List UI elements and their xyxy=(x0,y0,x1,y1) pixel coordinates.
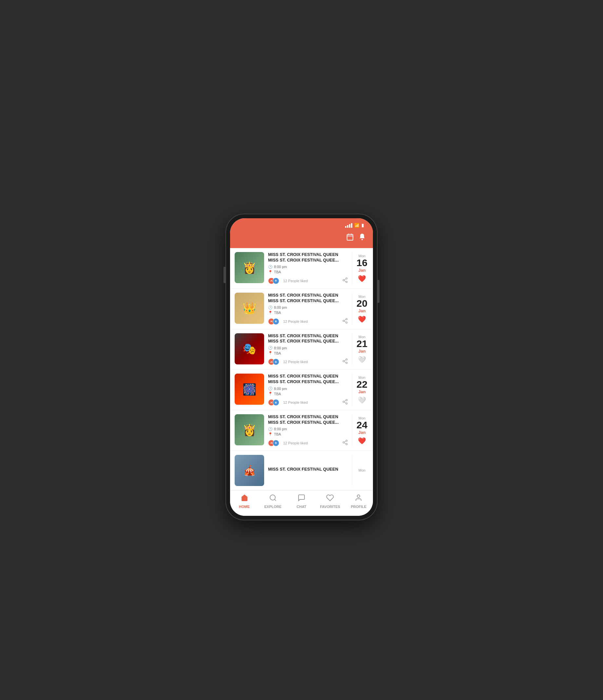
event-bottom: A B 12 People liked xyxy=(268,277,348,284)
event-card[interactable]: 🎭 MISS ST. CROIX FESTIVAL QUEENMISS ST. … xyxy=(230,329,373,370)
event-title: MISS ST. CROIX FESTIVAL QUEENMISS ST. CR… xyxy=(268,414,348,425)
event-month: Jan xyxy=(358,308,366,313)
clock-icon: 🕐 xyxy=(268,305,273,310)
event-location: 📍 TBA xyxy=(268,311,348,315)
favorites-icon xyxy=(326,494,334,504)
event-content: MISS ST. CROIX FESTIVAL QUEENMISS ST. CR… xyxy=(268,293,348,325)
battery-icon: ▮ xyxy=(361,223,364,228)
likes-count: 12 People liked xyxy=(283,320,308,323)
notifications-button[interactable] xyxy=(358,233,366,243)
location-icon: 📍 xyxy=(268,392,273,396)
nav-item-explore[interactable]: EXPLORE xyxy=(261,494,284,508)
event-date: Mon 16 Jan ❤️ xyxy=(352,252,368,284)
event-card[interactable]: 🎪 MISS ST. CROIX FESTIVAL QUEEN Mon xyxy=(230,451,373,490)
explore-label: EXPLORE xyxy=(264,505,281,508)
event-image: 🎭 xyxy=(235,333,264,365)
event-title: MISS ST. CROIX FESTIVAL QUEENMISS ST. CR… xyxy=(268,252,348,263)
header-actions xyxy=(346,233,366,243)
share-button[interactable] xyxy=(342,399,348,406)
header-title xyxy=(291,233,293,243)
event-time: 🕐 8:00 pm xyxy=(268,265,348,269)
svg-line-18 xyxy=(344,361,346,362)
svg-point-21 xyxy=(343,401,345,403)
svg-line-24 xyxy=(344,400,346,401)
event-heart-container: 🤍 xyxy=(357,396,367,404)
event-heart-container: ❤️ xyxy=(357,275,367,282)
likes-count: 12 People liked xyxy=(283,279,308,283)
event-title: MISS ST. CROIX FESTIVAL QUEENMISS ST. CR… xyxy=(268,333,348,345)
event-month: Jan xyxy=(358,389,366,394)
svg-point-32 xyxy=(357,495,360,498)
nav-item-home[interactable]: HOME xyxy=(233,494,256,508)
status-icons: 📶 ▮ xyxy=(345,223,364,228)
heart-button[interactable]: 🤍 xyxy=(357,355,367,364)
share-button[interactable] xyxy=(342,318,348,325)
event-image: 👸 xyxy=(235,252,264,283)
liked-avatars: A B xyxy=(268,318,277,325)
svg-point-20 xyxy=(346,399,347,401)
event-date: Mon 24 Jan ❤️ xyxy=(352,414,368,447)
heart-button[interactable]: 🤍 xyxy=(357,396,367,404)
event-day-number: 24 xyxy=(356,420,367,430)
event-time: 🕐 8:00 pm xyxy=(268,427,348,431)
event-day-number: 22 xyxy=(356,379,367,389)
liked-avatars: A B xyxy=(268,358,277,365)
event-content: MISS ST. CROIX FESTIVAL QUEENMISS ST. CR… xyxy=(268,333,348,366)
svg-point-27 xyxy=(346,443,347,445)
likes-count: 12 People liked xyxy=(283,400,308,404)
events-list: 👸 MISS ST. CROIX FESTIVAL QUEENMISS ST. … xyxy=(230,248,373,490)
event-location: 📍 TBA xyxy=(268,270,348,274)
event-image: 👸 xyxy=(235,414,264,445)
event-date: Mon xyxy=(352,455,368,486)
event-card[interactable]: 👑 MISS ST. CROIX FESTIVAL QUEENMISS ST. … xyxy=(230,289,373,329)
share-button[interactable] xyxy=(342,358,348,366)
liked-avatars: A B xyxy=(268,399,277,406)
event-card[interactable]: 👸 MISS ST. CROIX FESTIVAL QUEENMISS ST. … xyxy=(230,248,373,289)
share-button[interactable] xyxy=(342,440,348,447)
svg-line-9 xyxy=(344,279,346,280)
event-bottom: A B 12 People liked xyxy=(268,440,348,447)
svg-point-26 xyxy=(343,442,345,443)
event-content: MISS ST. CROIX FESTIVAL QUEENMISS ST. CR… xyxy=(268,414,348,447)
nav-item-chat[interactable]: CHAT xyxy=(290,494,313,508)
wifi-icon: 📶 xyxy=(354,223,359,228)
nav-item-favorites[interactable]: FAVORITES xyxy=(319,494,342,508)
location-icon: 📍 xyxy=(268,311,273,315)
event-date: Mon 21 Jan 🤍 xyxy=(352,333,368,366)
heart-button[interactable]: ❤️ xyxy=(357,315,367,323)
event-month: Jan xyxy=(358,349,366,354)
event-content: MISS ST. CROIX FESTIVAL QUEEN xyxy=(268,455,348,486)
event-card[interactable]: 🎆 MISS ST. CROIX FESTIVAL QUEENMISS ST. … xyxy=(230,370,373,410)
nav-item-profile[interactable]: PROFILE xyxy=(347,494,370,508)
event-day-name: Mon xyxy=(358,468,366,472)
svg-point-15 xyxy=(346,359,347,360)
calendar-button[interactable] xyxy=(346,233,354,243)
event-image: 🎪 xyxy=(235,455,264,486)
heart-button[interactable]: ❤️ xyxy=(357,437,367,445)
location-icon: 📍 xyxy=(268,270,273,274)
svg-point-22 xyxy=(346,403,347,404)
bottom-navigation: HOME EXPLORE CHAT FAVORITES PROFILE xyxy=(230,490,373,516)
event-card[interactable]: 👸 MISS ST. CROIX FESTIVAL QUEENMISS ST. … xyxy=(230,410,373,451)
share-button[interactable] xyxy=(342,277,348,284)
svg-rect-0 xyxy=(347,234,353,240)
event-bottom: A B 12 People liked xyxy=(268,358,348,366)
event-content: MISS ST. CROIX FESTIVAL QUEENMISS ST. CR… xyxy=(268,252,348,284)
page-wrapper: 📶 ▮ xyxy=(151,175,452,525)
event-bottom: A B 12 People liked xyxy=(268,399,348,406)
event-image: 👑 xyxy=(235,293,264,324)
svg-point-5 xyxy=(346,278,347,279)
svg-line-8 xyxy=(344,280,346,281)
event-title: MISS ST. CROIX FESTIVAL QUEENMISS ST. CR… xyxy=(268,374,348,385)
heart-button[interactable]: ❤️ xyxy=(357,275,367,282)
event-image: 🎆 xyxy=(235,374,264,405)
svg-point-6 xyxy=(343,279,345,281)
chat-icon xyxy=(298,494,305,504)
event-location: 📍 TBA xyxy=(268,392,348,396)
clock-icon: 🕐 xyxy=(268,346,273,350)
favorites-label: FAVORITES xyxy=(320,505,340,508)
event-date: Mon 22 Jan 🤍 xyxy=(352,374,368,406)
event-location: 📍 TBA xyxy=(268,432,348,436)
phone-screen: 📶 ▮ xyxy=(230,218,373,516)
avatar: B xyxy=(273,278,279,284)
